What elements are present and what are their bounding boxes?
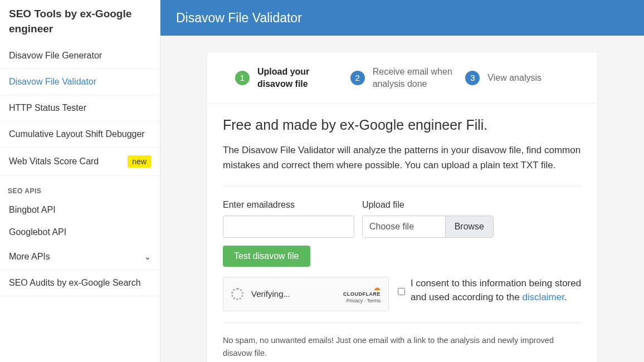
- step-3: 3 View analysis: [465, 71, 569, 85]
- step-number: 1: [235, 71, 250, 85]
- sidebar-title: SEO Tools by ex-Google engineer: [0, 0, 160, 43]
- page-title: Disavow File Validator: [176, 11, 302, 26]
- email-group: Enter emailadress: [223, 200, 354, 238]
- sidebar-item-cls-debugger[interactable]: Cumulative Layout Shift Debugger: [0, 121, 160, 148]
- submit-button[interactable]: Test disavow file: [223, 246, 310, 267]
- card: 1 Upload your disavow file 2 Receive ema…: [207, 52, 597, 362]
- sidebar-item-label: Disavow File Validator: [9, 77, 96, 87]
- email-label: Enter emailadress: [223, 200, 354, 210]
- cloudflare-links: Privacy · Terms: [343, 298, 380, 304]
- step-1: 1 Upload your disavow file: [235, 66, 339, 90]
- sidebar-item-label: Web Vitals Score Card: [9, 156, 99, 167]
- sidebar-item-label: SEO Audits by ex-Google Search: [9, 278, 141, 288]
- sidebar-item-label: Disavow File Generator: [9, 51, 102, 61]
- captcha-widget[interactable]: Verifying... ☁ CLOUDFLARE Privacy · Term…: [223, 277, 389, 311]
- file-input[interactable]: Choose file Browse: [362, 216, 494, 238]
- terms-link[interactable]: Terms: [367, 298, 381, 304]
- file-label: Upload file: [362, 200, 494, 210]
- consent-row: I consent to this information being stor…: [398, 277, 582, 304]
- heading: Free and made by ex-Google engineer Fili…: [223, 117, 582, 133]
- sidebar-item-googlebot-api[interactable]: Googlebot API: [0, 221, 160, 244]
- page-header: Disavow File Validator: [160, 0, 644, 36]
- sidebar-item-label: Bingbot API: [9, 205, 56, 215]
- description: The Disavow File Validator will analyze …: [223, 143, 582, 173]
- divider: [223, 186, 582, 187]
- privacy-link[interactable]: Privacy: [347, 298, 363, 304]
- sidebar-section-apis: SEO APIS: [0, 176, 160, 199]
- step-label: Receive email when analysis done: [373, 66, 455, 90]
- sidebar-item-label: HTTP Status Tester: [9, 103, 86, 113]
- sidebar-item-more-apis[interactable]: More APIs ⌄: [0, 244, 160, 270]
- badge-new: new: [128, 155, 151, 168]
- sidebar-item-seo-audits[interactable]: SEO Audits by ex-Google Search: [0, 270, 160, 296]
- form-row: Enter emailadress Upload file Choose fil…: [223, 200, 582, 267]
- consent-checkbox[interactable]: [398, 279, 405, 304]
- email-input[interactable]: [223, 216, 354, 238]
- cloudflare-logo: ☁ CLOUDFLARE Privacy · Terms: [343, 284, 380, 304]
- card-body: Free and made by ex-Google engineer Fili…: [207, 104, 597, 362]
- file-group: Upload file Choose file Browse: [362, 200, 494, 238]
- footnote: No spam, no unwanted emails! Just one em…: [223, 322, 582, 360]
- cloudflare-brand: CLOUDFLARE: [343, 291, 380, 297]
- sidebar-item-label: Googlebot API: [9, 227, 66, 237]
- chevron-down-icon: ⌄: [144, 252, 151, 261]
- step-label: View analysis: [487, 72, 541, 84]
- step-number: 2: [350, 71, 365, 85]
- disclaimer-link[interactable]: disclaimer: [522, 292, 564, 302]
- sidebar: SEO Tools by ex-Google engineer Disavow …: [0, 0, 160, 362]
- content: 1 Upload your disavow file 2 Receive ema…: [160, 36, 644, 362]
- sidebar-item-disavow-validator[interactable]: Disavow File Validator: [0, 69, 160, 95]
- file-placeholder: Choose file: [363, 216, 445, 237]
- sidebar-item-label: Cumulative Layout Shift Debugger: [9, 129, 145, 139]
- sidebar-item-disavow-generator[interactable]: Disavow File Generator: [0, 43, 160, 69]
- step-label: Upload your disavow file: [257, 66, 339, 90]
- cloud-icon: ☁: [343, 284, 380, 291]
- captcha-status: Verifying...: [251, 289, 335, 299]
- spinner-icon: [231, 288, 243, 300]
- step-2: 2 Receive email when analysis done: [350, 66, 455, 90]
- main: Disavow File Validator 1 Upload your dis…: [160, 0, 644, 362]
- browse-button[interactable]: Browse: [445, 216, 493, 237]
- sidebar-item-bingbot-api[interactable]: Bingbot API: [0, 199, 160, 221]
- sidebar-item-http-status[interactable]: HTTP Status Tester: [0, 95, 160, 121]
- steps: 1 Upload your disavow file 2 Receive ema…: [207, 52, 597, 104]
- step-number: 3: [465, 71, 480, 85]
- sidebar-item-label: More APIs: [9, 252, 50, 262]
- sidebar-item-web-vitals[interactable]: Web Vitals Score Card new: [0, 148, 160, 176]
- captcha-consent-row: Verifying... ☁ CLOUDFLARE Privacy · Term…: [223, 277, 582, 311]
- consent-text: I consent to this information being stor…: [411, 277, 582, 304]
